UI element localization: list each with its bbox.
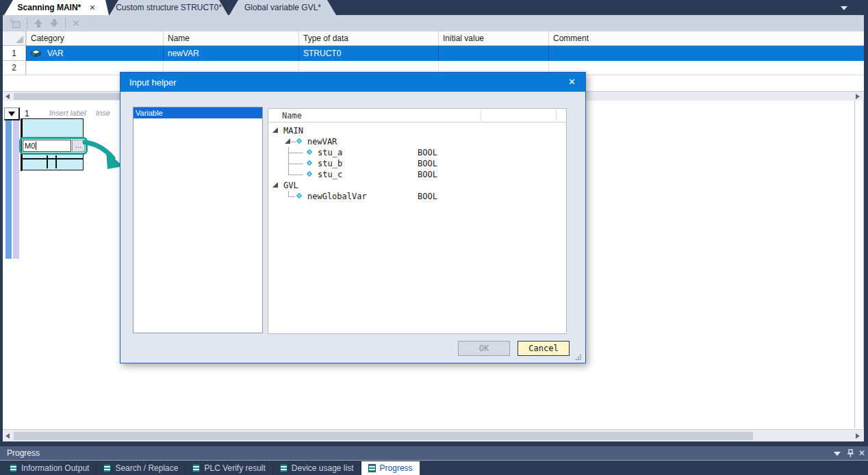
col-header-initial[interactable]: Initial value xyxy=(438,31,548,45)
tab-custom-structure[interactable]: Custom structure STRUCT0* xyxy=(110,0,228,15)
tab-device-usage-list[interactable]: Device usage list xyxy=(273,461,361,475)
cell-type[interactable]: STRUCT0 xyxy=(298,46,438,61)
insert-hint-clipped[interactable]: Inse xyxy=(96,109,110,117)
tree-item-stu-b[interactable]: stu_b BOOL xyxy=(268,158,566,169)
chevron-down-icon[interactable] xyxy=(834,452,841,456)
rung-margin-bar-blue xyxy=(5,120,12,259)
category-item-variable[interactable]: Variable xyxy=(133,107,262,118)
output-panel-tabs: Information Output Search / Replace PLC … xyxy=(3,461,420,475)
rung-margin-bar-lavender xyxy=(13,120,19,259)
text-caret xyxy=(36,142,36,150)
insert-label-hint[interactable]: Insert label xyxy=(49,109,86,117)
scroll-right-icon[interactable] xyxy=(856,94,860,99)
delete-button[interactable]: ✕ xyxy=(72,18,80,28)
expander-icon[interactable] xyxy=(285,138,290,144)
table-header-row: Category Name Type of data Initial value… xyxy=(3,31,864,46)
tab-plc-verify-result[interactable]: PLC Verify result xyxy=(186,461,272,475)
tree-item-newglobalvar[interactable]: newGlobalVar BOOL xyxy=(268,191,566,202)
panel-title: Progress xyxy=(7,448,40,458)
progress-panel-header[interactable]: Progress ✕ xyxy=(0,446,868,461)
tab-search-replace[interactable]: Search / Replace xyxy=(97,461,186,475)
cell-name[interactable]: newVAR xyxy=(163,46,298,61)
tab-label: Scanning MAIN* xyxy=(18,3,81,12)
operand-input[interactable]: M0 xyxy=(23,140,71,152)
variable-diamond-icon xyxy=(307,149,312,155)
dialog-title: Input helper xyxy=(129,77,177,88)
tab-information-output[interactable]: Information Output xyxy=(3,461,97,475)
dialog-title-bar[interactable]: Input helper xyxy=(120,73,585,92)
tab-scanning-main[interactable]: Scanning MAIN* ✕ xyxy=(4,0,109,15)
cell-initial[interactable] xyxy=(438,46,548,61)
tab-close-icon[interactable]: ✕ xyxy=(89,3,95,12)
dialog-close-icon[interactable]: ✕ xyxy=(568,77,576,87)
tree-item-type: BOOL xyxy=(418,170,437,179)
tree-item-type: BOOL xyxy=(418,192,437,201)
scroll-left-icon[interactable] xyxy=(5,433,10,439)
table-toolbar: ✦ ✕ xyxy=(0,15,868,31)
ok-button[interactable]: OK xyxy=(458,341,510,356)
tree-header-name[interactable]: Name xyxy=(282,111,302,120)
list-icon xyxy=(192,464,200,472)
variable-diamond-icon xyxy=(296,138,302,144)
tree-item-newvar[interactable]: newVAR xyxy=(268,136,566,147)
collapse-triangle-icon xyxy=(8,112,15,116)
corner-triangle-icon xyxy=(16,36,23,43)
move-down-button[interactable] xyxy=(49,19,59,27)
tab-progress[interactable]: Progress xyxy=(361,461,420,475)
window-left-border xyxy=(0,15,3,441)
ladder-vertical-scrollbar[interactable] xyxy=(854,101,864,428)
expander-icon[interactable] xyxy=(272,182,278,188)
col-header-name[interactable]: Name xyxy=(163,31,298,45)
variable-diamond-icon xyxy=(296,193,302,198)
ladder-horizontal-scrollbar[interactable] xyxy=(3,429,864,441)
expander-icon[interactable] xyxy=(272,127,278,133)
col-header-type[interactable]: Type of data xyxy=(298,31,438,45)
ladder-contact-cell[interactable] xyxy=(22,153,84,170)
variable-tree-panel: Name MAIN newVAR stu_ xyxy=(268,108,567,334)
document-tab-bar: Scanning MAIN* ✕ Custom structure STRUCT… xyxy=(0,0,868,15)
corner-select-all[interactable] xyxy=(3,31,26,45)
close-icon[interactable]: ✕ xyxy=(858,448,865,458)
tree-header-row: Name xyxy=(268,109,566,123)
rung-line xyxy=(23,158,83,159)
col-header-comment[interactable]: Comment xyxy=(548,31,864,45)
rung-collapse-button[interactable] xyxy=(4,107,20,120)
arrow-up-icon xyxy=(34,19,42,24)
status-band: Progress ✕ Information Output Search / R… xyxy=(0,441,868,475)
scroll-left-icon[interactable] xyxy=(5,94,10,99)
list-icon xyxy=(10,464,17,472)
category-listbox[interactable]: Variable xyxy=(133,107,263,333)
list-icon xyxy=(103,464,111,472)
chevron-down-icon[interactable] xyxy=(841,6,847,10)
table-row[interactable]: 1 VAR newVAR STRUCT0 xyxy=(3,46,864,61)
var-tag-icon xyxy=(31,49,41,57)
row-number[interactable]: 2 xyxy=(3,61,26,75)
col-header-category[interactable]: Category xyxy=(26,31,163,45)
cell-comment[interactable] xyxy=(548,61,864,75)
pin-icon[interactable] xyxy=(847,449,854,458)
cell-category[interactable]: VAR xyxy=(26,46,163,61)
box-icon xyxy=(12,21,21,28)
tree-item-stu-a[interactable]: stu_a BOOL xyxy=(268,147,566,158)
cell-comment[interactable] xyxy=(548,46,864,61)
scrollbar-thumb[interactable] xyxy=(14,432,753,440)
row-number[interactable]: 1 xyxy=(3,46,26,61)
contact-symbol-right xyxy=(55,155,57,168)
variable-diamond-icon xyxy=(307,160,312,166)
new-declaration-button[interactable]: ✦ xyxy=(8,18,21,29)
ladder-cell[interactable] xyxy=(22,118,84,138)
tab-label: Global variable GVL* xyxy=(244,3,321,12)
tree-item-type: BOOL xyxy=(418,148,437,157)
variable-diamond-icon xyxy=(307,171,312,177)
tree-item-main[interactable]: MAIN xyxy=(268,125,566,136)
tree-item-type: BOOL xyxy=(418,159,437,168)
move-up-button[interactable] xyxy=(34,19,43,27)
tab-global-variable[interactable]: Global variable GVL* xyxy=(229,0,336,15)
list-icon xyxy=(368,464,376,472)
toolbar-separator xyxy=(27,18,27,29)
cancel-button[interactable]: Cancel xyxy=(518,341,570,356)
resize-grip[interactable] xyxy=(576,355,582,361)
tree-item-gvl[interactable]: GVL xyxy=(268,180,566,191)
scroll-right-icon[interactable] xyxy=(856,433,860,439)
tree-item-stu-c[interactable]: stu_c BOOL xyxy=(268,169,566,180)
